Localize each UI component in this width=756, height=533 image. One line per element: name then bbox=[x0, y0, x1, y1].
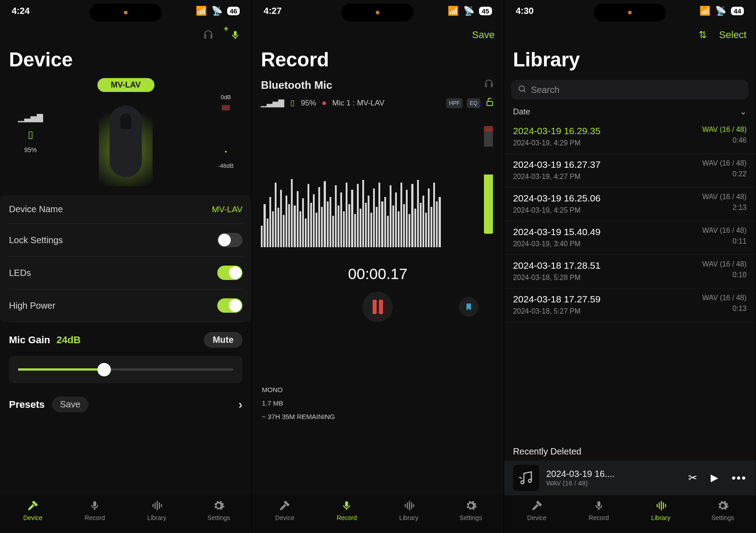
record-icon bbox=[592, 499, 606, 512]
signal-bars-icon: ▁▃▅▇ bbox=[18, 110, 43, 125]
pause-button[interactable] bbox=[362, 292, 393, 322]
hpf-chip[interactable]: HPF bbox=[446, 98, 462, 108]
db-top: 0dB bbox=[218, 92, 234, 103]
record-icon bbox=[88, 499, 101, 512]
svg-rect-8 bbox=[409, 501, 410, 511]
library-row[interactable]: 2024-03-19 16.29.352024-03-19, 4:29 PMWA… bbox=[504, 120, 756, 154]
status-bar: 4:30 📶 📡 44 bbox=[504, 0, 756, 22]
now-playing-bar[interactable]: 2024-03-19 16.... WAV (16 / 48) ✂︎ ▶ ••• bbox=[504, 460, 756, 495]
save-button[interactable]: Save bbox=[472, 29, 495, 41]
status-bar: 4:27 📶 📡 45 bbox=[252, 0, 503, 22]
tab-record[interactable]: Record bbox=[568, 499, 630, 533]
svg-rect-18 bbox=[665, 504, 666, 507]
record-timer: 00:00.17 bbox=[252, 265, 503, 283]
library-item-duration: 0:10 bbox=[702, 271, 747, 279]
play-icon[interactable]: ▶ bbox=[711, 472, 718, 484]
recently-deleted-row[interactable]: Recently Deleted bbox=[504, 443, 756, 460]
device-name-row[interactable]: Device Name MV-LAV bbox=[9, 195, 242, 224]
lock-settings-toggle[interactable] bbox=[217, 233, 242, 247]
tab-library[interactable]: Library bbox=[378, 499, 440, 533]
sort-icon[interactable]: ⇅ bbox=[699, 29, 707, 41]
library-item-format: WAV (16 / 48) bbox=[702, 260, 747, 268]
svg-rect-9 bbox=[411, 502, 412, 509]
device-visual: ▁▃▅▇ ▯ 95% 0dB -48dB bbox=[0, 92, 251, 195]
list-sort-header[interactable]: Date ⌄ bbox=[504, 103, 756, 120]
tab-device[interactable]: Device bbox=[2, 499, 64, 533]
tab-library[interactable]: Library bbox=[126, 499, 188, 533]
library-item-subtitle: 2024-03-18, 5:28 PM bbox=[513, 274, 601, 282]
library-row[interactable]: 2024-03-19 16.27.372024-03-19, 4:27 PMWA… bbox=[504, 154, 756, 188]
notch bbox=[342, 4, 413, 22]
mic-gain-row: Mic Gain 24dB Mute bbox=[0, 327, 251, 353]
library-item-duration: 2:13 bbox=[702, 204, 747, 212]
status-battery: 44 bbox=[731, 7, 744, 15]
svg-rect-14 bbox=[657, 504, 658, 507]
svg-rect-17 bbox=[663, 502, 664, 509]
tab-record[interactable]: Record bbox=[64, 499, 126, 533]
tab-settings[interactable]: Settings bbox=[188, 499, 250, 533]
page-title: Record bbox=[252, 48, 503, 78]
search-placeholder: Search bbox=[531, 85, 559, 95]
tab-device[interactable]: Device bbox=[254, 499, 316, 533]
settings-icon bbox=[464, 499, 478, 512]
mute-button[interactable]: Mute bbox=[204, 332, 243, 348]
chevron-right-icon: › bbox=[238, 398, 242, 412]
lock-open-icon[interactable] bbox=[485, 97, 495, 109]
now-playing-title: 2024-03-19 16.... bbox=[546, 469, 623, 479]
library-row[interactable]: 2024-03-18 17.27.592024-03-18, 5:27 PMWA… bbox=[504, 288, 756, 322]
signal-icon: 📶 bbox=[448, 5, 459, 16]
settings-card: Device Name MV-LAV Lock Settings LEDs Hi… bbox=[0, 195, 251, 322]
library-row[interactable]: 2024-03-18 17.28.512024-03-18, 5:28 PMWA… bbox=[504, 255, 756, 288]
library-item-title: 2024-03-19 16.25.06 bbox=[513, 193, 601, 204]
mic-gain-slider[interactable] bbox=[9, 356, 242, 383]
svg-rect-15 bbox=[659, 502, 659, 509]
scissors-icon[interactable]: ✂︎ bbox=[688, 472, 697, 484]
tab-settings[interactable]: Settings bbox=[692, 499, 754, 533]
headphones-icon[interactable] bbox=[201, 28, 215, 42]
tab-record[interactable]: Record bbox=[316, 499, 378, 533]
status-time: 4:27 bbox=[264, 6, 281, 16]
tab-bar: DeviceRecordLibrarySettings bbox=[504, 495, 756, 533]
library-item-format: WAV (16 / 48) bbox=[702, 159, 747, 167]
presets-row[interactable]: Presets Save › bbox=[0, 392, 251, 417]
tab-library[interactable]: Library bbox=[630, 499, 692, 533]
more-icon[interactable]: ••• bbox=[732, 471, 747, 485]
library-row[interactable]: 2024-03-19 16.25.062024-03-19, 4:25 PMWA… bbox=[504, 188, 756, 221]
library-item-title: 2024-03-18 17.27.59 bbox=[513, 294, 601, 305]
search-input[interactable]: Search bbox=[511, 80, 748, 100]
tab-device[interactable]: Device bbox=[506, 499, 568, 533]
device-screen: 4:24 📶 📡 46 + Device MV-LAV ▁▃▅▇ ▯ 95% 0… bbox=[0, 0, 252, 533]
chevron-down-icon: ⌄ bbox=[740, 107, 747, 117]
library-item-title: 2024-03-18 17.28.51 bbox=[513, 260, 601, 271]
leds-toggle[interactable] bbox=[217, 266, 242, 280]
bookmark-button[interactable] bbox=[459, 297, 479, 317]
library-screen: 4:30 📶 📡 44 ⇅ Select Library Search Date… bbox=[504, 0, 756, 533]
headphones-icon[interactable] bbox=[483, 78, 495, 92]
add-mic-icon[interactable]: + bbox=[228, 28, 242, 42]
presets-save-chip[interactable]: Save bbox=[52, 397, 89, 412]
notch bbox=[90, 4, 162, 22]
device-icon bbox=[530, 499, 544, 512]
page-title: Library bbox=[504, 48, 756, 78]
select-button[interactable]: Select bbox=[719, 29, 747, 41]
library-row[interactable]: 2024-03-19 15.40.492024-03-19, 3:40 PMWA… bbox=[504, 221, 756, 255]
lock-settings-row: Lock Settings bbox=[9, 224, 242, 257]
record-icon bbox=[340, 499, 353, 512]
library-item-format: WAV (16 / 48) bbox=[702, 126, 747, 134]
wifi-icon: 📡 bbox=[211, 5, 223, 16]
now-playing-art bbox=[513, 465, 539, 491]
presets-label: Presets bbox=[9, 399, 45, 411]
library-item-duration: 0:22 bbox=[702, 170, 747, 178]
high-power-toggle[interactable] bbox=[217, 298, 242, 313]
device-name-value: MV-LAV bbox=[212, 205, 242, 214]
library-item-title: 2024-03-19 16.29.35 bbox=[513, 126, 601, 136]
tab-settings[interactable]: Settings bbox=[440, 499, 502, 533]
svg-rect-0 bbox=[153, 504, 154, 507]
svg-point-12 bbox=[521, 481, 524, 484]
device-badge[interactable]: MV-LAV bbox=[97, 78, 154, 92]
db-bottom: -48dB bbox=[218, 161, 234, 172]
eq-chip[interactable]: EQ bbox=[467, 98, 480, 108]
record-source: Bluetooth Mic bbox=[261, 79, 332, 92]
record-battery-pct: 95% bbox=[301, 99, 316, 108]
lock-settings-label: Lock Settings bbox=[9, 235, 63, 245]
